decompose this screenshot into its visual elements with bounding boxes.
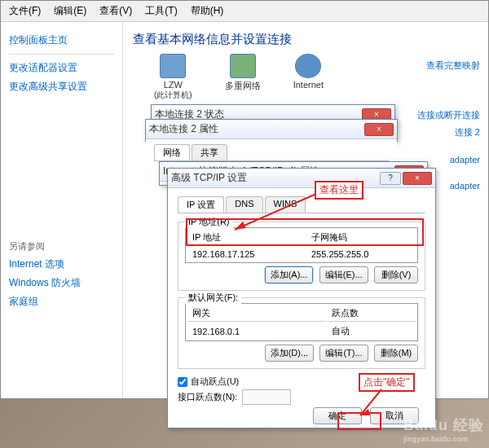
gateway-row[interactable]: 192.168.0.1 自动 bbox=[187, 323, 416, 339]
iface-metric-input bbox=[242, 389, 291, 405]
tab-ip-settings[interactable]: IP 设置 bbox=[178, 196, 224, 213]
add-gw-button[interactable]: 添加(D)... bbox=[265, 345, 314, 362]
close-icon[interactable]: × bbox=[364, 123, 394, 136]
gateway-table: 网关跃点数 192.168.0.1 自动 bbox=[185, 303, 418, 341]
node-network-label: 多重网络 bbox=[225, 80, 261, 92]
group-ip-addresses: IP 地址(R) IP 地址子网掩码 192.168.17.125 255.25… bbox=[178, 222, 425, 291]
sidebar-firewall[interactable]: Windows 防火墙 bbox=[9, 276, 114, 290]
computer-icon bbox=[160, 54, 186, 78]
sidebar-homegroup[interactable]: 家庭组 bbox=[9, 295, 114, 309]
menu-help[interactable]: 帮助(H) bbox=[186, 2, 229, 20]
d2-tabs: 网络 共享 bbox=[154, 144, 389, 161]
ip-table: IP 地址子网掩码 192.168.17.125 255.255.255.0 bbox=[185, 227, 418, 263]
tab-dns[interactable]: DNS bbox=[226, 196, 262, 213]
col-metric: 跃点数 bbox=[327, 305, 416, 322]
link-full-map[interactable]: 查看完整映射 bbox=[417, 59, 480, 72]
ip-row[interactable]: 192.168.17.125 255.255.255.0 bbox=[187, 248, 416, 261]
sidebar: 控制面板主页 更改适配器设置 更改高级共享设置 另请参阅 Internet 选项… bbox=[1, 22, 123, 398]
sidebar-home[interactable]: 控制面板主页 bbox=[9, 33, 114, 47]
ip-value: 192.168.17.125 bbox=[187, 248, 305, 261]
d4-tabs: IP 设置 DNS WINS bbox=[178, 196, 425, 213]
d4-title: 高级 TCP/IP 设置 bbox=[171, 171, 247, 185]
group-gateways: 默认网关(F): 网关跃点数 192.168.0.1 自动 添加(D)... 编… bbox=[178, 297, 425, 369]
link-connection-2[interactable]: 连接 2 bbox=[417, 126, 480, 138]
node-internet: Internet bbox=[293, 54, 324, 101]
iface-metric-label: 接口跃点数(N): bbox=[178, 391, 237, 403]
menu-tools[interactable]: 工具(T) bbox=[140, 2, 182, 20]
menu-file[interactable]: 文件(F) bbox=[4, 2, 46, 20]
help-icon[interactable]: ? bbox=[380, 172, 401, 185]
menu-view[interactable]: 查看(V) bbox=[95, 2, 137, 20]
edit-ip-button[interactable]: 编辑(E)... bbox=[319, 266, 368, 283]
auto-metric-label: 自动跃点(U) bbox=[191, 376, 239, 388]
annotation-click-ok: 点击"确定" bbox=[359, 373, 415, 392]
link-connect-disconnect[interactable]: 连接或断开连接 bbox=[417, 109, 480, 121]
page-title: 查看基本网络信息并设置连接 bbox=[133, 32, 478, 47]
globe-icon bbox=[295, 54, 321, 78]
node-internet-label: Internet bbox=[293, 80, 324, 90]
add-ip-button[interactable]: 添加(A)... bbox=[265, 266, 314, 283]
tab-network[interactable]: 网络 bbox=[154, 144, 190, 160]
group-ip-label: IP 地址(R) bbox=[185, 216, 233, 228]
d2-title: 本地连接 2 属性 bbox=[149, 122, 218, 136]
gateway-value: 192.168.0.1 bbox=[187, 323, 325, 339]
tab-sharing[interactable]: 共享 bbox=[192, 144, 227, 160]
delete-gw-button[interactable]: 删除(M) bbox=[374, 345, 418, 362]
col-ip: IP 地址 bbox=[187, 230, 305, 246]
watermark: Baidu 经验jingyan.baidu.com bbox=[403, 415, 484, 443]
col-gateway: 网关 bbox=[187, 305, 325, 322]
node-computer: LZW (此计算机) bbox=[154, 54, 192, 101]
sidebar-adapter-settings[interactable]: 更改适配器设置 bbox=[9, 61, 114, 75]
metric-value: 自动 bbox=[327, 323, 416, 339]
edit-gw-button[interactable]: 编辑(T)... bbox=[319, 345, 368, 362]
group-gw-label: 默认网关(F): bbox=[185, 292, 241, 304]
network-icon bbox=[230, 54, 256, 78]
dialog-connection-properties: 本地连接 2 属性× 网络 共享 bbox=[145, 119, 398, 142]
delete-ip-button[interactable]: 删除(V) bbox=[374, 266, 418, 283]
ok-button[interactable]: 确定 bbox=[313, 407, 362, 424]
sidebar-internet-options[interactable]: Internet 选项 bbox=[9, 257, 114, 271]
close-icon[interactable]: × bbox=[403, 172, 432, 185]
sidebar-sharing-settings[interactable]: 更改高级共享设置 bbox=[9, 80, 114, 94]
annotation-look-here: 查看这里 bbox=[315, 181, 363, 200]
see-also-label: 另请参阅 bbox=[9, 240, 114, 253]
node-computer-label: LZW bbox=[154, 80, 192, 90]
node-network: 多重网络 bbox=[225, 54, 261, 101]
node-computer-sublabel: (此计算机) bbox=[154, 90, 192, 101]
menu-edit[interactable]: 编辑(E) bbox=[49, 2, 91, 20]
col-mask: 子网掩码 bbox=[306, 230, 416, 246]
tab-wins[interactable]: WINS bbox=[265, 196, 306, 213]
auto-metric-input[interactable] bbox=[178, 377, 187, 387]
mask-value: 255.255.255.0 bbox=[306, 248, 416, 261]
menubar: 文件(F) 编辑(E) 查看(V) 工具(T) 帮助(H) bbox=[1, 1, 488, 22]
